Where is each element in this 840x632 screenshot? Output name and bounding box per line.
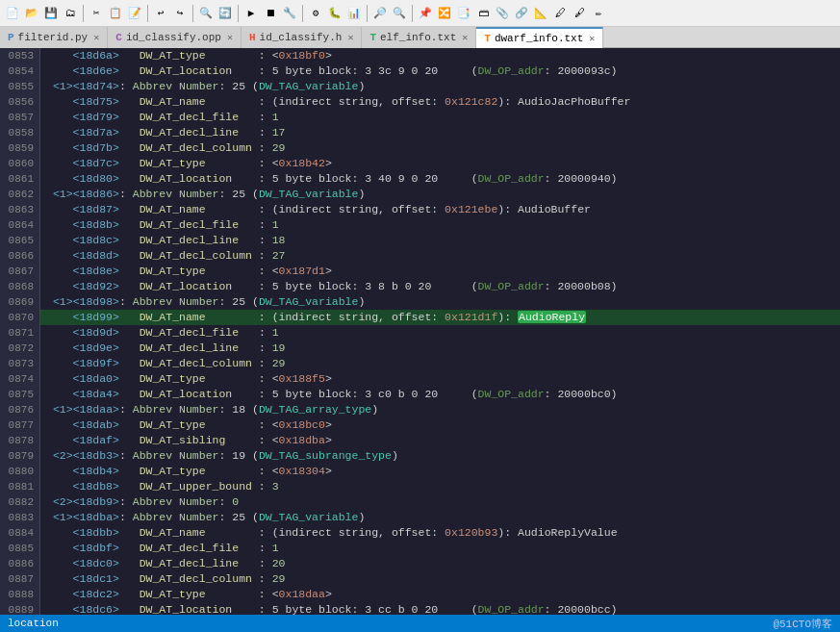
redo-icon[interactable]: ↪ [171,5,189,22]
sep1 [83,5,84,22]
line-content[interactable]: <2><18db3>: Abbrev Number: 19 (DW_TAG_su… [40,448,840,464]
code-line: 0875 <18da4> DW_AT_location : 5 byte blo… [0,387,840,402]
find-icon[interactable]: 🔍 [197,5,215,22]
misc2-icon[interactable]: 🔀 [436,5,453,22]
tab-dwarf-info[interactable]: T dwarf_info.txt ✕ [476,27,603,48]
code-line: 0878 <18daf> DW_AT_sibling : <0x18dba> [0,433,840,448]
misc3-icon[interactable]: 📑 [455,5,472,22]
line-number: 0867 [0,264,40,279]
tab-filterid-py[interactable]: P filterid.py ✕ [0,27,108,48]
zoom-in-icon[interactable]: 🔎 [371,5,389,22]
cut-icon[interactable]: ✂ [88,5,105,22]
line-number: 0886 [0,556,40,571]
chart-icon[interactable]: 📊 [345,5,363,22]
code-line: 0887 <18dc1> DW_AT_decl_column : 29 [0,571,840,587]
sep4 [238,5,239,22]
zoom-out-icon[interactable]: 🔍 [391,5,408,22]
tab-id-classify-h-close[interactable]: ✕ [347,32,353,43]
line-content[interactable]: <18d9f> DW_AT_decl_column : 29 [40,356,840,371]
line-content[interactable]: <18db4> DW_AT_type : <0x18304> [40,464,840,479]
save-icon[interactable]: 💾 [42,5,60,22]
build-icon[interactable]: 🔧 [281,5,298,22]
tab-id-classify-opp-close[interactable]: ✕ [227,32,233,43]
line-content[interactable]: <18d8c> DW_AT_decl_line : 18 [40,233,840,248]
line-number: 0875 [0,387,40,402]
status-bar: location @51CTO博客 [0,615,840,632]
toolbar: 📄 📂 💾 🗂 ✂ 📋 📝 ↩ ↪ 🔍 🔄 ▶ ⏹ 🔧 ⚙ 🐛 📊 🔎 🔍 📌 … [0,0,840,27]
paste-icon[interactable]: 📝 [126,5,143,22]
open-file-icon[interactable]: 📂 [23,5,40,22]
code-line: 0860 <18d7c> DW_AT_type : <0x18b42> [0,156,840,171]
line-content[interactable]: <18dab> DW_AT_type : <0x18bc0> [40,417,840,433]
line-content[interactable]: <18d7b> DW_AT_decl_column : 29 [40,140,840,156]
line-content[interactable]: <18da0> DW_AT_type : <0x188f5> [40,371,840,387]
line-number: 0884 [0,525,40,541]
line-content[interactable]: <18d87> DW_AT_name : (indirect string, o… [40,202,840,217]
line-number: 0868 [0,279,40,294]
tab-filterid-py-close[interactable]: ✕ [93,32,99,43]
tab-elf-info[interactable]: T elf_info.txt ✕ [362,27,476,48]
sep5 [302,5,303,22]
misc4-icon[interactable]: 🗃 [474,5,492,22]
misc6-icon[interactable]: 🔗 [513,5,530,22]
line-content[interactable]: <18dc6> DW_AT_location : 5 byte block: 3… [40,602,840,615]
line-content[interactable]: <18d75> DW_AT_name : (indirect string, o… [40,94,840,110]
stop-icon[interactable]: ⏹ [262,5,279,22]
line-content[interactable]: <1><18daa>: Abbrev Number: 18 (DW_TAG_ar… [40,402,840,417]
undo-icon[interactable]: ↩ [152,5,169,22]
line-content[interactable]: <18da4> DW_AT_location : 5 byte block: 3… [40,387,840,402]
settings-icon[interactable]: ⚙ [307,5,324,22]
misc8-icon[interactable]: 🖊 [551,5,569,22]
line-content[interactable]: <1><18dba>: Abbrev Number: 25 (DW_TAG_va… [40,510,840,525]
debug-icon[interactable]: 🐛 [326,5,344,22]
copy-icon[interactable]: 📋 [107,5,124,22]
code-line: 0862 <1><18d86>: Abbrev Number: 25 (DW_T… [0,187,840,202]
line-content[interactable]: <18d6a> DW_AT_type : <0x18bf0> [40,48,840,63]
line-number: 0857 [0,110,40,125]
line-content[interactable]: <18d79> DW_AT_decl_file : 1 [40,110,840,125]
new-file-icon[interactable]: 📄 [4,5,21,22]
line-content[interactable]: <18dc1> DW_AT_decl_column : 29 [40,571,840,587]
code-line: 0857 <18d79> DW_AT_decl_file : 1 [0,110,840,125]
line-content[interactable]: <18d9d> DW_AT_decl_file : 1 [40,325,840,341]
line-number: 0863 [0,202,40,217]
cpp-icon: C [115,32,122,43]
line-content[interactable]: <18d80> DW_AT_location : 5 byte block: 3… [40,171,840,187]
code-line: 0872 <18d9e> DW_AT_decl_line : 19 [0,341,840,356]
line-content[interactable]: <18d7c> DW_AT_type : <0x18b42> [40,156,840,171]
line-content[interactable]: <18d8b> DW_AT_decl_file : 1 [40,217,840,233]
misc10-icon[interactable]: ✏ [590,5,607,22]
line-content[interactable]: <18db8> DW_AT_upper_bound : 3 [40,479,840,494]
line-content[interactable]: <18d8e> DW_AT_type : <0x187d1> [40,264,840,279]
save-all-icon[interactable]: 🗂 [62,5,79,22]
line-content[interactable]: <18d7a> DW_AT_decl_line : 17 [40,125,840,140]
tab-elf-info-close[interactable]: ✕ [462,32,468,43]
line-content[interactable]: <18daf> DW_AT_sibling : <0x18dba> [40,433,840,448]
line-content[interactable]: <18dc0> DW_AT_decl_line : 20 [40,556,840,571]
line-content[interactable]: <2><18db9>: Abbrev Number: 0 [40,494,840,510]
line-content[interactable]: <18d92> DW_AT_location : 5 byte block: 3… [40,279,840,294]
line-content[interactable]: <18dbf> DW_AT_decl_file : 1 [40,541,840,556]
line-content[interactable]: <1><18d74>: Abbrev Number: 25 (DW_TAG_va… [40,79,840,94]
line-content[interactable]: <18d8d> DW_AT_decl_column : 27 [40,248,840,264]
code-scroll-area[interactable]: 0853 <18d6a> DW_AT_type : <0x18bf0>0854 … [0,48,840,615]
misc5-icon[interactable]: 📎 [494,5,511,22]
line-content[interactable]: <18dc2> DW_AT_type : <0x18daa> [40,587,840,602]
line-content[interactable]: <18d99> DW_AT_name : (indirect string, o… [40,310,840,325]
line-content[interactable]: <18dbb> DW_AT_name : (indirect string, o… [40,525,840,541]
line-content[interactable]: <18d9e> DW_AT_decl_line : 19 [40,341,840,356]
misc9-icon[interactable]: 🖋 [571,5,588,22]
line-content[interactable]: <1><18d86>: Abbrev Number: 25 (DW_TAG_va… [40,187,840,202]
line-content[interactable]: <18d6e> DW_AT_location : 5 byte block: 3… [40,63,840,79]
code-line: 0863 <18d87> DW_AT_name : (indirect stri… [0,202,840,217]
line-number: 0874 [0,371,40,387]
replace-icon[interactable]: 🔄 [216,5,234,22]
misc7-icon[interactable]: 📐 [532,5,549,22]
tab-dwarf-info-close[interactable]: ✕ [589,33,595,44]
misc1-icon[interactable]: 📌 [417,5,434,22]
code-line: 0876 <1><18daa>: Abbrev Number: 18 (DW_T… [0,402,840,417]
run-icon[interactable]: ▶ [242,5,260,22]
tab-id-classify-opp[interactable]: C id_classify.opp ✕ [108,27,242,48]
tab-id-classify-h[interactable]: H id_classify.h ✕ [242,27,362,48]
line-content[interactable]: <1><18d98>: Abbrev Number: 25 (DW_TAG_va… [40,294,840,310]
